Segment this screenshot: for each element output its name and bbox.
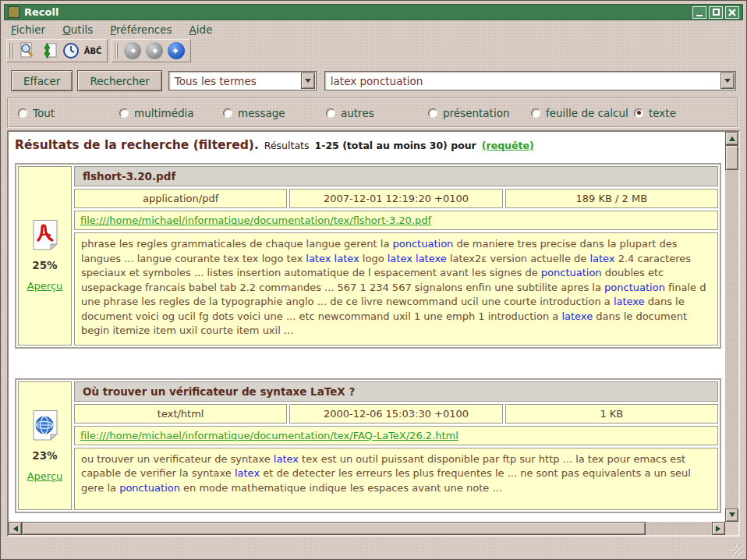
minimize-button[interactable]	[692, 6, 706, 19]
horizontal-scrollbar[interactable]	[9, 522, 725, 535]
term-explorer-icon: ÂBĈ	[84, 47, 102, 55]
radio-icon	[18, 108, 27, 118]
result-date: 2000-12-06 15:03:30 +0100	[289, 404, 502, 424]
search-mode-select[interactable]: Tous les termes	[168, 71, 317, 90]
result-url-cell: file:///home/michael/informatique/docume…	[74, 426, 718, 445]
filter-radio-texte[interactable]: texte	[634, 107, 676, 119]
window-title: Recoll	[24, 6, 58, 18]
result-icon-cell: 23% Aperçu	[18, 381, 72, 510]
maximize-icon	[713, 9, 720, 16]
preview-link[interactable]: Aperçu	[27, 470, 63, 482]
update-index-icon	[40, 41, 58, 60]
search-query-combo[interactable]	[324, 71, 736, 90]
first-page-button[interactable]	[124, 42, 141, 59]
chevron-down-icon	[724, 79, 731, 86]
maximize-button[interactable]	[709, 6, 723, 19]
scrollbar-trough[interactable]	[646, 522, 712, 535]
next-page-button[interactable]	[168, 42, 185, 59]
close-button[interactable]	[725, 6, 739, 19]
filter-label: multimédia	[134, 107, 194, 119]
scrollbar-corner	[725, 522, 738, 535]
toolbar-group-tools: ÂBĈ	[6, 39, 108, 62]
arrow-down-icon	[729, 512, 735, 520]
term-explorer-button[interactable]: ÂBĈ	[83, 41, 103, 60]
history-button[interactable]	[61, 41, 81, 60]
search-mode-value: Tous les termes	[169, 75, 301, 87]
results-label: Résultats	[264, 140, 310, 151]
menu-outils[interactable]: Outils	[62, 23, 93, 36]
filter-radio-feuille-de-calcul[interactable]: feuille de calcul	[531, 107, 628, 119]
search-input[interactable]	[325, 75, 720, 87]
results-header: Résultats de la recherche (filtered). Ré…	[15, 138, 725, 152]
filter-radio-multimedia[interactable]: multimédia	[119, 107, 194, 119]
filter-radio-message[interactable]: message	[223, 107, 285, 119]
scroll-right-button[interactable]	[712, 522, 725, 535]
filter-label: Tout	[33, 107, 55, 119]
resize-grip[interactable]	[732, 545, 743, 556]
menubar: Fichier Outils Préférences Aide	[4, 21, 743, 37]
html-file-icon	[31, 409, 59, 441]
arrow-left-icon	[127, 45, 138, 56]
menu-preferences[interactable]: Préférences	[110, 23, 172, 36]
horizontal-scrollbar-thumb[interactable]	[22, 522, 646, 535]
update-index-button[interactable]	[39, 41, 59, 60]
clear-button[interactable]: Effacer	[11, 70, 73, 91]
scroll-up-button[interactable]	[725, 132, 738, 145]
result-url-link[interactable]: file:///home/michael/informatique/docume…	[80, 430, 458, 441]
radio-icon	[119, 108, 129, 118]
relevance-percent: 23%	[32, 449, 57, 462]
search-history-dropdown-button[interactable]	[720, 73, 735, 89]
result-title: flshort-3.20.pdf	[74, 166, 718, 186]
search-mode-dropdown-button[interactable]	[301, 73, 315, 89]
history-clock-icon	[62, 41, 80, 60]
previous-page-button[interactable]	[146, 42, 163, 59]
document-type-filter: Tout multimédia message autres présentat…	[7, 97, 738, 128]
preview-link[interactable]: Aperçu	[27, 280, 63, 292]
toolbar-group-navigation	[112, 39, 191, 62]
result-snippet: phrase les regles grammaticales de chaqu…	[74, 232, 718, 346]
result-url-link[interactable]: file:///home/michael/informatique/docume…	[80, 214, 431, 226]
filter-radio-presentation[interactable]: présentation	[428, 107, 509, 119]
result-mime: text/html	[74, 404, 287, 424]
filter-label: feuille de calcul	[546, 107, 628, 119]
relevance-percent: 25%	[32, 259, 57, 271]
query-link[interactable]: (requête)	[482, 140, 534, 151]
recoll-window: Recoll Fichier Outils Préférences Aide	[0, 0, 747, 560]
filter-label: texte	[649, 107, 676, 119]
titlebar[interactable]: Recoll	[4, 4, 743, 20]
result-date: 2007-12-01 12:19:20 +0100	[289, 189, 502, 208]
menu-aide[interactable]: Aide	[189, 23, 213, 36]
filter-radio-autres[interactable]: autres	[326, 107, 374, 119]
scroll-down-button[interactable]	[725, 509, 738, 522]
results-frame: Résultats de la recherche (filtered). Ré…	[7, 130, 740, 537]
filter-label: autres	[341, 107, 374, 119]
results-range: 1-25 (total au moins 30) pour	[315, 140, 476, 151]
menu-fichier[interactable]: Fichier	[11, 23, 45, 36]
radio-icon	[531, 108, 540, 118]
radio-icon	[326, 108, 335, 118]
preview-document-button[interactable]	[17, 41, 37, 60]
close-icon	[728, 9, 736, 16]
search-button[interactable]: Rechercher	[77, 70, 161, 91]
radio-icon	[223, 108, 232, 118]
vertical-scrollbar-thumb[interactable]	[725, 145, 738, 170]
result-entry[interactable]: 23% Aperçu Où trouver un vérificateur de…	[15, 378, 721, 513]
results-title: Résultats de la recherche (filtered).	[15, 138, 259, 152]
filter-label: présentation	[443, 107, 509, 119]
result-entry[interactable]: 25% Aperçu flshort-3.20.pdf application/…	[15, 163, 721, 349]
search-document-icon	[18, 41, 37, 60]
filter-label: message	[238, 107, 285, 119]
results-list: Résultats de la recherche (filtered). Ré…	[9, 132, 725, 522]
chevron-down-icon	[305, 79, 311, 86]
arrow-right-icon	[171, 45, 182, 56]
scroll-left-button[interactable]	[9, 522, 22, 535]
result-icon-cell: 25% Aperçu	[18, 166, 72, 346]
toolbar-handle[interactable]	[9, 43, 13, 58]
search-controls: Effacer Rechercher Tous les termes	[11, 70, 736, 91]
result-size: 1 KB	[505, 404, 718, 424]
filter-radio-tout[interactable]: Tout	[18, 107, 55, 119]
arrow-left-icon	[10, 526, 18, 532]
toolbar-handle[interactable]	[114, 43, 119, 58]
arrow-right-icon	[716, 526, 724, 532]
vertical-scrollbar[interactable]	[725, 132, 738, 522]
